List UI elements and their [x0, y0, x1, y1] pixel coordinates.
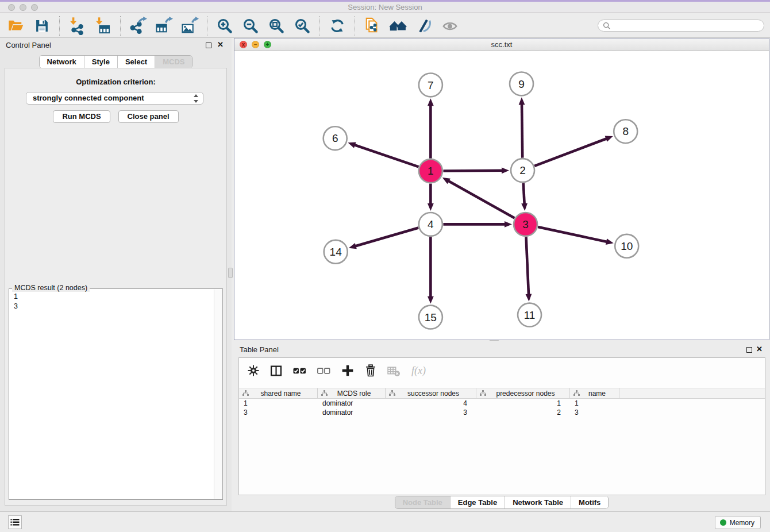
network-canvas[interactable]: 1234678910111415 — [234, 51, 769, 340]
graph-node-10[interactable]: 10 — [615, 234, 638, 258]
close-panel-icon[interactable]: ✕ — [217, 40, 224, 49]
graph-edge-1-4[interactable] — [428, 184, 434, 211]
delete-columns-icon[interactable] — [365, 364, 376, 377]
zoom-selected-icon[interactable] — [292, 16, 313, 36]
export-image-icon[interactable] — [179, 16, 200, 36]
column-header-name[interactable]: name — [570, 388, 619, 398]
export-network-icon[interactable] — [128, 16, 148, 36]
svg-text:3: 3 — [522, 218, 529, 230]
mcds-result-text[interactable]: 13 — [14, 292, 211, 311]
optimization-dropdown[interactable]: strongly connected component — [26, 92, 203, 105]
table-row[interactable]: 3dominator323 — [239, 408, 765, 417]
column-header-successor-nodes[interactable]: successor nodes — [386, 388, 476, 398]
graph-node-7[interactable]: 7 — [419, 73, 442, 97]
toolbar-divider — [120, 16, 121, 36]
cell: 3 — [570, 408, 619, 417]
toolbar-divider — [355, 16, 355, 36]
apply-style-icon[interactable] — [414, 16, 434, 36]
column-header-MCDS-role[interactable]: MCDS role — [318, 388, 386, 398]
float-panel-icon[interactable] — [206, 43, 211, 48]
result-scrollbar[interactable] — [214, 290, 222, 499]
graph-node-1[interactable]: 1 — [419, 159, 442, 183]
network-window-titlebar[interactable]: scc.txt — [234, 38, 769, 51]
graph-edge-1-7[interactable] — [428, 98, 434, 158]
graph-node-2[interactable]: 2 — [511, 159, 534, 182]
zoom-fit-icon[interactable] — [266, 16, 287, 36]
graph-edge-2-3[interactable] — [521, 183, 528, 211]
float-table-panel-icon[interactable] — [746, 347, 752, 353]
select-all-columns-icon[interactable] — [293, 367, 306, 375]
graph-node-15[interactable]: 15 — [419, 306, 442, 329]
graph-edge-3-11[interactable] — [526, 237, 532, 301]
graph-node-3[interactable]: 3 — [514, 213, 537, 236]
add-column-icon[interactable] — [341, 364, 354, 377]
close-panel-button[interactable]: Close panel — [118, 110, 179, 123]
close-table-panel-icon[interactable]: ✕ — [756, 345, 763, 353]
graph-edge-4-14[interactable] — [349, 228, 418, 249]
save-session-icon[interactable] — [32, 16, 52, 36]
import-table-icon[interactable] — [93, 16, 113, 36]
svg-text:2: 2 — [519, 164, 526, 176]
column-header-shared-name[interactable]: shared name — [239, 388, 318, 398]
column-header-predecessor-nodes[interactable]: predecessor nodes — [476, 388, 570, 398]
graph-edge-4-3[interactable] — [443, 221, 512, 228]
tab-style[interactable]: Style — [84, 56, 117, 68]
svg-text:1: 1 — [428, 165, 434, 177]
console-icon[interactable] — [8, 515, 22, 529]
tab-node-table[interactable]: Node Table — [395, 496, 450, 508]
vertical-splitter-grip[interactable] — [228, 268, 233, 278]
graph-node-4[interactable]: 4 — [419, 213, 442, 236]
refresh-icon[interactable] — [327, 16, 348, 36]
minimize-view-icon[interactable] — [252, 41, 259, 48]
network-graph[interactable]: 1234678910111415 — [234, 51, 769, 340]
export-table-icon[interactable] — [153, 16, 174, 36]
graph-edge-2-8[interactable] — [534, 136, 613, 166]
cell: 1 — [476, 399, 570, 407]
cell: 3 — [239, 408, 318, 417]
svg-text:10: 10 — [621, 240, 633, 252]
graph-edge-2-9[interactable] — [519, 97, 525, 157]
table-panel: Table Panel ✕ — [234, 342, 769, 511]
control-panel-title: Control Panel — [6, 41, 51, 49]
search-box[interactable] — [598, 20, 764, 32]
graph-edge-4-15[interactable] — [428, 237, 434, 303]
search-input[interactable] — [614, 21, 759, 30]
deselect-all-columns-icon[interactable] — [317, 367, 330, 375]
toolbar-divider — [207, 16, 207, 36]
maximize-view-icon[interactable] — [264, 41, 271, 48]
zoom-out-icon[interactable] — [240, 16, 261, 36]
zoom-in-icon[interactable] — [214, 16, 235, 36]
settings-gear-icon[interactable] — [248, 365, 259, 376]
status-bar: Memory — [0, 511, 770, 532]
memory-button[interactable]: Memory — [715, 516, 761, 529]
graph-node-6[interactable]: 6 — [324, 126, 347, 150]
import-network-icon[interactable] — [67, 16, 87, 36]
open-session-icon[interactable] — [6, 16, 26, 36]
tab-mcds[interactable]: MCDS — [155, 56, 192, 68]
graph-edge-1-2[interactable] — [443, 167, 509, 174]
home-icon[interactable] — [388, 16, 409, 36]
tab-motifs[interactable]: Motifs — [571, 496, 608, 508]
svg-text:6: 6 — [332, 132, 338, 144]
tab-select[interactable]: Select — [117, 56, 155, 68]
graph-edge-1-6[interactable] — [348, 142, 418, 167]
graph-edge-3-10[interactable] — [538, 227, 614, 245]
cell: dominator — [318, 408, 386, 417]
graph-node-11[interactable]: 11 — [518, 303, 541, 327]
graph-node-14[interactable]: 14 — [324, 240, 348, 264]
graph-node-9[interactable]: 9 — [510, 72, 533, 95]
tab-network[interactable]: Network — [40, 56, 84, 68]
graph-edge-3-1[interactable] — [442, 178, 514, 218]
run-mcds-button[interactable]: Run MCDS — [53, 110, 110, 123]
tab-edge-table[interactable]: Edge Table — [450, 496, 505, 508]
clone-network-icon[interactable] — [362, 16, 383, 36]
show-graphics-details-icon[interactable] — [440, 16, 460, 36]
table-row[interactable]: 1dominator411 — [239, 399, 765, 408]
network-view-window: scc.txt 1234678910111415 — [234, 38, 769, 340]
table-header-row: shared nameMCDS rolesuccessor nodesprede… — [239, 388, 765, 399]
graph-node-8[interactable]: 8 — [614, 119, 637, 143]
tab-network-table[interactable]: Network Table — [505, 496, 571, 508]
close-view-icon[interactable] — [240, 41, 247, 48]
show-columns-icon[interactable] — [270, 365, 282, 377]
svg-text:9: 9 — [518, 78, 525, 90]
